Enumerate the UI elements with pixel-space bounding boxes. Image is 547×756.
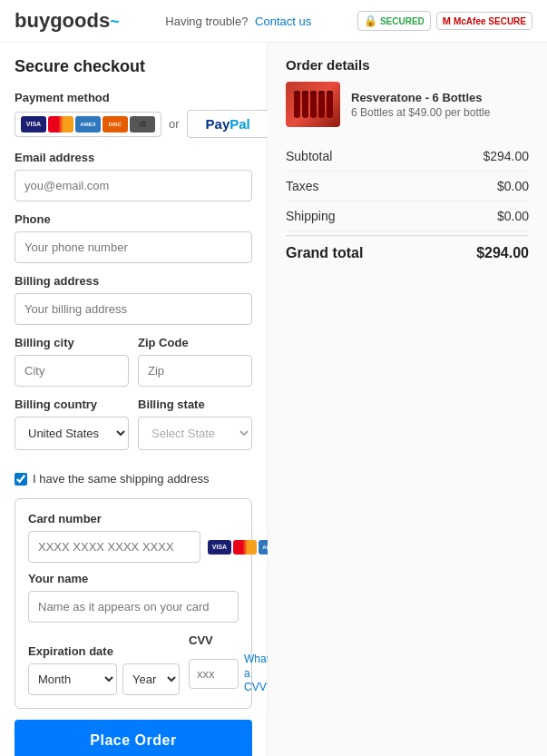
- mcafee-icon: M: [443, 15, 451, 26]
- billing-state-label: Billing state: [138, 398, 252, 411]
- year-select[interactable]: Year 202420252026 202720282029 2030: [122, 663, 180, 695]
- billing-address-label: Billing address: [15, 274, 252, 288]
- cvv-input[interactable]: [189, 659, 239, 689]
- zip-input[interactable]: [138, 355, 252, 387]
- city-input[interactable]: [15, 355, 129, 387]
- bottle-4: [318, 91, 325, 118]
- billing-address-input[interactable]: [15, 293, 252, 325]
- bottle-group: [294, 91, 333, 118]
- product-subtitle: 6 Bottles at $49.00 per bottle: [351, 106, 490, 119]
- billing-country-label: Billing country: [15, 398, 129, 411]
- phone-group: Phone: [15, 212, 252, 263]
- card-name-group: Your name: [28, 572, 239, 623]
- shipping-line: Shipping $0.00: [286, 201, 529, 231]
- card-number-input[interactable]: [28, 531, 200, 563]
- secured-badge: 🔒 SECURED: [357, 11, 431, 31]
- security-badges: 🔒 SECURED M McAfee SECURE: [357, 11, 532, 31]
- amex-icon: AMEX: [75, 116, 101, 133]
- mcafee-text: McAfee SECURE: [454, 16, 526, 26]
- bottle-3: [310, 91, 317, 118]
- lock-icon: 🔒: [364, 15, 377, 27]
- discover-icon: DISC: [103, 116, 128, 133]
- zip-label: Zip Code: [138, 336, 252, 349]
- email-label: Email address: [15, 151, 252, 164]
- logo-buy: buy: [15, 9, 50, 32]
- card-visa-icon: VISA: [208, 540, 231, 555]
- main-content: Secure checkout Payment method VISA AMEX…: [0, 43, 547, 756]
- same-address-checkbox[interactable]: [15, 473, 27, 486]
- payment-method-label: Payment method: [15, 91, 252, 104]
- logo-underline: ~: [110, 13, 120, 31]
- visa-icon: VISA: [21, 116, 46, 133]
- paypal-button[interactable]: PayPal: [187, 110, 269, 138]
- other-card-icon: ⬛: [130, 116, 155, 133]
- cvv-label: CVV: [189, 633, 277, 647]
- card-name-input[interactable]: [28, 591, 239, 623]
- product-description: Resveratone - 6 Bottles 6 Bottles at $49…: [351, 91, 490, 119]
- country-state-row: Billing country United States Billing st…: [15, 398, 252, 461]
- payment-method-row: VISA AMEX DISC ⬛ or PayPal: [15, 110, 252, 138]
- zip-group: Zip Code: [138, 336, 252, 387]
- logo-goods: goods: [50, 9, 110, 32]
- place-order-button[interactable]: Place Order: [15, 720, 252, 756]
- cvv-group: CVV What's a CVV?: [189, 633, 277, 695]
- your-name-label: Your name: [28, 572, 239, 585]
- contact-us-link[interactable]: Contact us: [255, 15, 311, 28]
- order-item: Resveratone - 6 Bottles 6 Bottles at $49…: [286, 82, 529, 127]
- same-address-label: I have the same shipping address: [33, 472, 209, 486]
- left-panel: Secure checkout Payment method VISA AMEX…: [0, 43, 268, 756]
- taxes-value: $0.00: [497, 179, 529, 193]
- card-section: Card number VISA AMEX DISC ⬛ Your name: [15, 498, 252, 709]
- paypal-pay: Pay: [206, 116, 230, 132]
- phone-label: Phone: [15, 212, 252, 226]
- billing-city-label: Billing city: [15, 336, 129, 349]
- month-select[interactable]: Month JanuaryFebruaryMarch AprilMayJune …: [28, 663, 117, 695]
- city-zip-row: Billing city Zip Code: [15, 336, 252, 398]
- state-select[interactable]: Select State: [138, 417, 252, 450]
- mcafee-badge: M McAfee SECURE: [436, 12, 532, 30]
- mastercard-icon: [48, 116, 73, 133]
- secured-text: SECURED: [380, 16, 425, 26]
- product-name: Resveratone - 6 Bottles: [351, 91, 490, 104]
- order-details-title: Order details: [286, 57, 529, 73]
- card-number-row: VISA AMEX DISC ⬛: [28, 531, 239, 563]
- grand-total-value: $294.00: [476, 245, 529, 261]
- taxes-line: Taxes $0.00: [286, 172, 529, 201]
- subtotal-label: Subtotal: [286, 149, 332, 163]
- bottle-2: [302, 91, 308, 118]
- email-input[interactable]: [15, 170, 252, 201]
- expiry-cvv-row: Expiration date Month JanuaryFebruaryMar…: [28, 633, 239, 695]
- subtotal-value: $294.00: [483, 149, 529, 163]
- card-icons-group[interactable]: VISA AMEX DISC ⬛: [15, 112, 161, 137]
- country-group: Billing country United States: [15, 398, 129, 450]
- grand-total-line: Grand total $294.00: [286, 235, 529, 270]
- state-group: Billing state Select State: [138, 398, 252, 450]
- taxes-label: Taxes: [286, 179, 319, 193]
- subtotal-line: Subtotal $294.00: [286, 142, 529, 172]
- expiration-label: Expiration date: [28, 644, 180, 658]
- email-group: Email address: [15, 151, 252, 201]
- billing-address-group: Billing address: [15, 274, 252, 325]
- shipping-label: Shipping: [286, 209, 336, 223]
- paypal-pal: Pal: [230, 116, 250, 132]
- trouble-label: Having trouble?: [165, 15, 248, 28]
- expiry-group: Expiration date Month JanuaryFebruaryMar…: [28, 644, 180, 695]
- trouble-text: Having trouble? Contact us: [165, 15, 311, 28]
- product-image: [286, 82, 340, 127]
- city-group: Billing city: [15, 336, 129, 387]
- or-divider: or: [169, 117, 180, 131]
- cvv-row: What's a CVV?: [189, 653, 277, 695]
- logo: buygoods~: [15, 9, 120, 33]
- shipping-value: $0.00: [497, 209, 529, 223]
- country-select[interactable]: United States: [15, 417, 129, 450]
- phone-input[interactable]: [15, 231, 252, 263]
- card-number-label: Card number: [28, 512, 239, 525]
- grand-total-label: Grand total: [286, 245, 363, 261]
- card-mc-icon: [233, 540, 257, 555]
- header: buygoods~ Having trouble? Contact us 🔒 S…: [0, 0, 547, 43]
- bottle-5: [327, 91, 333, 118]
- page-title: Secure checkout: [15, 57, 252, 76]
- expiry-selects: Month JanuaryFebruaryMarch AprilMayJune …: [28, 663, 180, 695]
- right-panel: Order details Resveratone - 6 Bottles 6 …: [268, 43, 547, 756]
- bottle-1: [294, 91, 300, 118]
